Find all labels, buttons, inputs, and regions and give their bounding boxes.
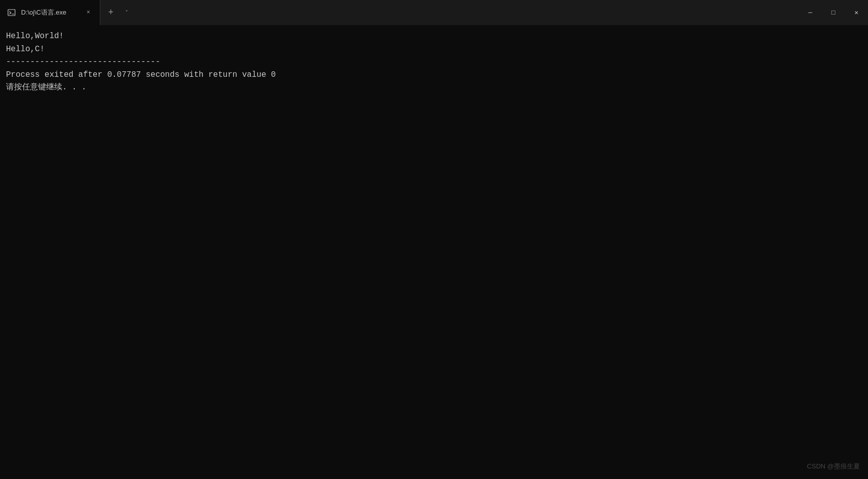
terminal-window: D:\oj\C语言.exe × + ˅ ─ □ ✕ Hello,World!He… — [0, 0, 868, 479]
terminal-content[interactable]: Hello,World!Hello,C!--------------------… — [0, 25, 868, 479]
tab-close-button[interactable]: × — [84, 8, 93, 17]
terminal-icon — [7, 8, 16, 17]
new-tab-button[interactable]: + — [102, 4, 119, 21]
active-tab[interactable]: D:\oj\C语言.exe × — [0, 0, 100, 25]
tab-dropdown-button[interactable]: ˅ — [119, 4, 133, 21]
terminal-line: Hello,World! — [6, 30, 862, 43]
terminal-line: Process exited after 0.07787 seconds wit… — [6, 69, 862, 82]
terminal-line: -------------------------------- — [6, 56, 862, 69]
svg-rect-0 — [8, 10, 15, 16]
tab-actions: + ˅ — [100, 0, 135, 25]
maximize-button[interactable]: □ — [822, 0, 845, 25]
window-controls: ─ □ ✕ — [799, 0, 868, 25]
terminal-line: Hello,C! — [6, 43, 862, 56]
tab-title: D:\oj\C语言.exe — [21, 8, 79, 17]
close-button[interactable]: ✕ — [845, 0, 868, 25]
terminal-line: 请按任意键继续. . . — [6, 81, 862, 94]
title-bar: D:\oj\C语言.exe × + ˅ ─ □ ✕ — [0, 0, 868, 25]
minimize-button[interactable]: ─ — [799, 0, 822, 25]
terminal-output: Hello,World!Hello,C!--------------------… — [6, 30, 862, 94]
watermark: CSDN @墨痕生夏 — [807, 462, 860, 471]
